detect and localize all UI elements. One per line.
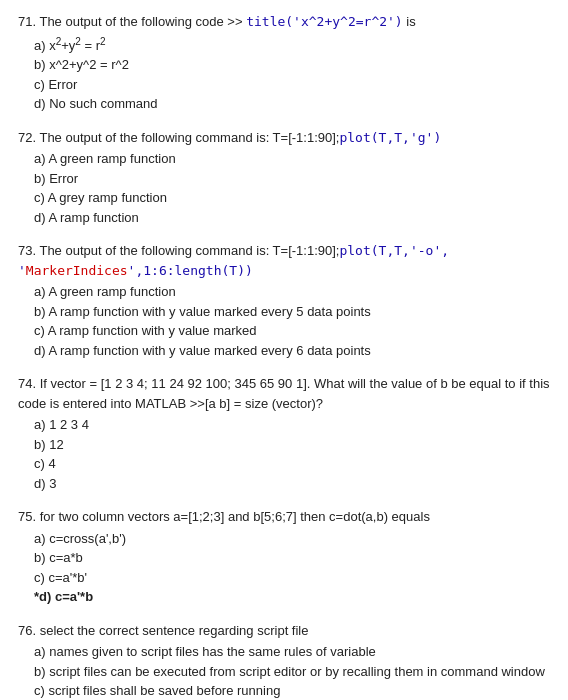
option-72-1: b) Error (18, 169, 550, 189)
question-text-after: is (403, 14, 416, 29)
option-75-3: *d) c=a'*b (18, 587, 550, 607)
option-73-2: c) A ramp function with y value marked (18, 321, 550, 341)
option-72-2: c) A grey ramp function (18, 188, 550, 208)
code-snippet: title('x^2+y^2=r^2') (246, 14, 403, 29)
question-number: 74. If vector = [1 2 3 4; 11 24 92 100; … (18, 376, 550, 411)
option-73-0: a) A green ramp function (18, 282, 550, 302)
option-71-1: b) x^2+y^2 = r^2 (18, 55, 550, 75)
option-74-1: b) 12 (18, 435, 550, 455)
option-76-2: c) script files shall be saved before ru… (18, 681, 550, 700)
question-75: 75. for two column vectors a=[1;2;3] and… (18, 507, 550, 607)
option-72-3: d) A ramp function (18, 208, 550, 228)
option-76-1: b) script files can be executed from scr… (18, 662, 550, 682)
question-number: 75. for two column vectors a=[1;2;3] and… (18, 509, 430, 524)
question-76: 76. select the correct sentence regardin… (18, 621, 550, 700)
question-title-72: 72. The output of the following command … (18, 128, 550, 148)
question-title-75: 75. for two column vectors a=[1;2;3] and… (18, 507, 550, 527)
question-72: 72. The output of the following command … (18, 128, 550, 228)
option-75-2: c) c=a'*b' (18, 568, 550, 588)
code-snippet: plot(T,T,'g') (339, 130, 441, 145)
option-71-0: a) x2+y2 = r2 (18, 34, 550, 56)
question-71: 71. The output of the following code >> … (18, 12, 550, 114)
question-73: 73. The output of the following command … (18, 241, 550, 360)
option-74-3: d) 3 (18, 474, 550, 494)
option-75-0: a) c=cross(a',b') (18, 529, 550, 549)
question-title-74: 74. If vector = [1 2 3 4; 11 24 92 100; … (18, 374, 550, 413)
questions-container: 71. The output of the following code >> … (18, 12, 550, 700)
option-76-0: a) names given to script files has the s… (18, 642, 550, 662)
question-number: 76. select the correct sentence regardin… (18, 623, 308, 638)
question-title-73: 73. The output of the following command … (18, 241, 550, 280)
question-title-71: 71. The output of the following code >> … (18, 12, 550, 32)
option-74-0: a) 1 2 3 4 (18, 415, 550, 435)
option-72-0: a) A green ramp function (18, 149, 550, 169)
option-71-3: d) No such command (18, 94, 550, 114)
option-71-2: c) Error (18, 75, 550, 95)
option-75-1: b) c=a*b (18, 548, 550, 568)
option-73-1: b) A ramp function with y value marked e… (18, 302, 550, 322)
option-74-2: c) 4 (18, 454, 550, 474)
question-title-76: 76. select the correct sentence regardin… (18, 621, 550, 641)
question-number: 71. The output of the following code >> (18, 14, 246, 29)
option-73-3: d) A ramp function with y value marked e… (18, 341, 550, 361)
question-number: 72. The output of the following command … (18, 130, 339, 145)
question-74: 74. If vector = [1 2 3 4; 11 24 92 100; … (18, 374, 550, 493)
question-number: 73. The output of the following command … (18, 243, 339, 258)
